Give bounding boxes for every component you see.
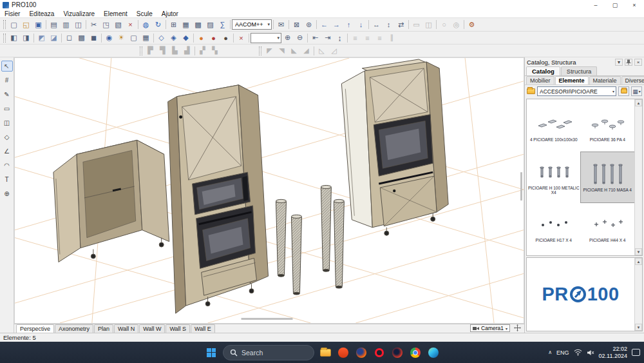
magnet-toggle-button[interactable]: ● bbox=[207, 32, 220, 43]
tray-chevron-icon[interactable]: ∧ bbox=[548, 349, 552, 355]
view-tab-axonometry[interactable]: Axonometry bbox=[55, 324, 93, 333]
edge-icon[interactable] bbox=[426, 345, 441, 360]
text-tool-button[interactable]: T bbox=[1, 174, 13, 185]
cabinet-tall-right[interactable] bbox=[341, 59, 448, 235]
chrome-icon[interactable] bbox=[408, 345, 423, 360]
catalog-item[interactable]: 4 PICIOARE 100x100x30 bbox=[527, 102, 581, 152]
menu-vizualizare[interactable]: Vizualizare bbox=[59, 10, 99, 18]
report-table-button[interactable]: ⊞ bbox=[167, 19, 180, 30]
shape-tool-button[interactable]: ◇ bbox=[1, 132, 13, 142]
copy-button[interactable]: ◳ bbox=[100, 19, 112, 30]
catalog-scrollbar[interactable]: ▲ ▼ bbox=[634, 99, 642, 255]
dim-vertical-button[interactable]: ⇥ bbox=[321, 32, 334, 43]
snap-edge-button[interactable]: ◈ bbox=[167, 32, 180, 43]
view-tab-wall-s[interactable]: Wall S bbox=[166, 324, 190, 333]
open-folder-button[interactable]: ◱ bbox=[20, 19, 32, 30]
paste-button[interactable]: ▧ bbox=[112, 19, 124, 30]
catalog-item[interactable]: PICIOARE H44 X 4 bbox=[581, 202, 635, 253]
dim-height-button[interactable]: ↨ bbox=[334, 32, 346, 43]
start-button[interactable] bbox=[203, 344, 220, 361]
tray-clock[interactable]: 22:02 02.11.2024 bbox=[599, 346, 627, 359]
tab-catalog[interactable]: Catalog bbox=[526, 66, 560, 75]
catalog-item[interactable]: PICIOARE H 100 METALIC X4 bbox=[527, 152, 581, 202]
view-front-button[interactable]: ◧ bbox=[8, 32, 20, 43]
subtab-diverse[interactable]: Diverse bbox=[621, 76, 644, 84]
nudge-up-button[interactable]: ↑ bbox=[343, 19, 355, 30]
toolbar-grip[interactable] bbox=[3, 20, 6, 29]
view-tab-wall-n[interactable]: Wall N bbox=[114, 324, 138, 333]
catalog-path-combo[interactable]: ACCESORII\PICIOARE ▾ bbox=[537, 86, 616, 96]
preview-scrollbar[interactable]: ▲ ▼ bbox=[634, 258, 642, 331]
panel-menu-button[interactable]: ▾ bbox=[615, 59, 623, 66]
scroll-up-button[interactable]: ▲ bbox=[635, 258, 642, 265]
scroll-up-button[interactable]: ▲ bbox=[635, 99, 642, 106]
tab-structura[interactable]: Structura bbox=[561, 66, 598, 75]
firefox-nightly-icon[interactable] bbox=[390, 345, 405, 360]
opera-icon[interactable] bbox=[372, 345, 387, 360]
viewport-hscroll-thumb[interactable] bbox=[242, 318, 293, 320]
price-list-button[interactable]: ▨ bbox=[204, 19, 216, 30]
zoom-in-button[interactable]: ⊕ bbox=[281, 32, 294, 43]
scroll-down-button[interactable]: ▼ bbox=[635, 324, 642, 331]
calculation-button[interactable]: ∑ bbox=[216, 19, 229, 30]
collision-toggle-button[interactable]: ● bbox=[195, 32, 207, 43]
subtab-elemente[interactable]: Elemente bbox=[555, 76, 589, 84]
viewport-canvas[interactable] bbox=[14, 57, 524, 324]
menu-fisier[interactable]: Fisier bbox=[0, 10, 24, 18]
cabinet-base-left[interactable] bbox=[53, 140, 169, 262]
file-explorer-icon[interactable] bbox=[317, 345, 333, 360]
pencil-tool-button[interactable]: ✎ bbox=[1, 89, 13, 100]
toolbar-grip[interactable] bbox=[259, 46, 261, 55]
eye-camera-button[interactable]: ◉ bbox=[103, 32, 115, 43]
online-catalog-button[interactable]: ◍ bbox=[140, 19, 152, 30]
close-button[interactable]: × bbox=[625, 0, 644, 10]
select-tool-button[interactable]: ↖ bbox=[1, 61, 13, 72]
materials-list-button[interactable]: ▩ bbox=[192, 19, 204, 30]
monitor-button[interactable]: ▢ bbox=[128, 32, 140, 43]
pan-view-button[interactable] bbox=[513, 324, 522, 332]
camera-selector[interactable]: Camera1 ▾ bbox=[470, 324, 510, 332]
view-axonometry-button[interactable]: ◩ bbox=[35, 32, 48, 43]
catalog-item[interactable]: PICIOARE 36 PA 4 bbox=[581, 102, 635, 152]
settings-gear-button[interactable]: ⚙ bbox=[466, 19, 478, 30]
dim-horizontal-button[interactable]: ⇤ bbox=[309, 32, 321, 43]
view-perspective-button[interactable]: ◪ bbox=[48, 32, 60, 43]
menu-ajutor[interactable]: Ajutor bbox=[157, 10, 183, 18]
toolbar-grip[interactable] bbox=[140, 46, 142, 55]
minimize-button[interactable]: – bbox=[586, 0, 605, 10]
textured-mode-button[interactable]: ◼ bbox=[88, 32, 100, 43]
package-button[interactable]: ⊠ bbox=[290, 19, 303, 30]
cutting-list-button[interactable]: ▦ bbox=[180, 19, 192, 30]
view-tab-wall-e[interactable]: Wall E bbox=[191, 324, 215, 333]
arc-tool-button[interactable]: ◠ bbox=[1, 160, 13, 171]
wireframe-mode-button[interactable]: ◻ bbox=[63, 32, 75, 43]
scroll-down-button[interactable]: ▼ bbox=[635, 248, 642, 255]
swap-button[interactable]: ⇄ bbox=[395, 19, 407, 30]
pricing-combo[interactable]: AACOM++▾ bbox=[232, 19, 272, 30]
cabinet-tool-button[interactable]: ◫ bbox=[1, 117, 13, 128]
gravity-toggle-button[interactable]: ● bbox=[220, 32, 232, 43]
delete-button[interactable]: × bbox=[124, 19, 137, 30]
board-tool-button[interactable]: ▭ bbox=[1, 103, 13, 114]
shaded-mode-button[interactable]: ▩ bbox=[75, 32, 88, 43]
pin-button[interactable] bbox=[625, 59, 632, 66]
cabinet-tall-middle[interactable] bbox=[168, 85, 269, 313]
move-horizontal-button[interactable]: ↔ bbox=[370, 19, 383, 30]
notification-icon[interactable] bbox=[632, 349, 640, 356]
view-tab-wall-w[interactable]: Wall W bbox=[139, 324, 165, 333]
toolbar-grip[interactable] bbox=[3, 34, 6, 43]
menu-editeaza[interactable]: Editeaza bbox=[24, 10, 59, 18]
move-vertical-button[interactable]: ↕ bbox=[383, 19, 395, 30]
clear-view-button[interactable]: × bbox=[235, 32, 247, 43]
wifi-icon[interactable] bbox=[574, 349, 582, 356]
angle-tool-button[interactable]: ∠ bbox=[1, 146, 13, 157]
view-tab-plan[interactable]: Plan bbox=[94, 324, 113, 333]
snap-face-button[interactable]: ◆ bbox=[180, 32, 192, 43]
catalog-item[interactable]: PICIOARE H17 X 4 bbox=[527, 202, 581, 253]
furniture-legs[interactable] bbox=[276, 185, 344, 295]
snap-vertex-button[interactable]: ◇ bbox=[155, 32, 167, 43]
taskbar-search[interactable]: Search bbox=[223, 345, 314, 360]
page-setup-button[interactable]: ▤ bbox=[48, 19, 60, 30]
print-button[interactable]: ▥ bbox=[60, 19, 72, 30]
subtab-mobilier[interactable]: Mobilier bbox=[526, 76, 554, 84]
